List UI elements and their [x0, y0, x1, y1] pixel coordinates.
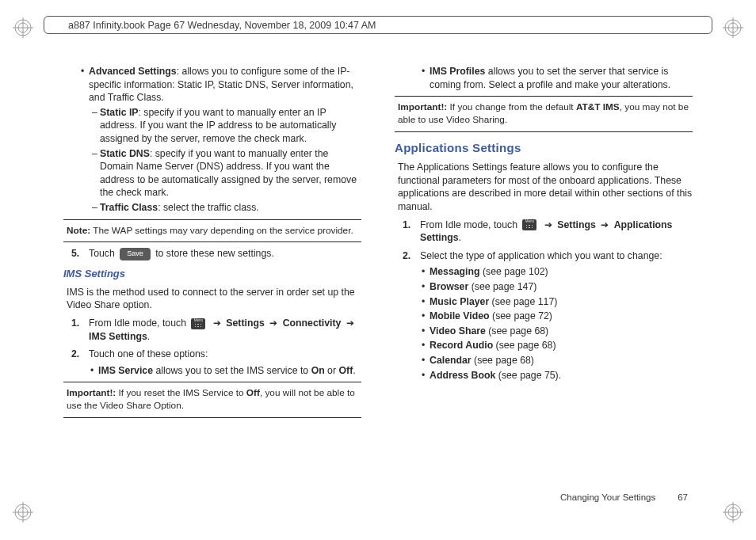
arrow-icon: ➔: [267, 318, 280, 329]
app-item-page: (see page 102): [480, 266, 548, 277]
app-item-title: Calendar: [430, 355, 472, 366]
ims-service-desc: allows you to set the IMS service to: [153, 365, 311, 376]
bullet-app-item: •Messaging (see page 102): [422, 265, 693, 279]
ims-intro: IMS is the method used to connect to the…: [67, 286, 361, 312]
arrow-icon: ➔: [344, 318, 357, 329]
apps-step-1: 1. From Idle mode, touch ➔ Settings ➔ Ap…: [403, 219, 693, 245]
bullet-app-item: •Mobile Video (see page 72): [422, 310, 693, 323]
important-ims: Important!: If you reset the IMS Service…: [63, 387, 361, 413]
apps-step-2: 2. Select the type of application which …: [403, 249, 693, 263]
page-footer: Changing Your Settings 67: [560, 492, 688, 502]
ims1-connectivity: Connectivity: [283, 318, 342, 329]
ims-profiles-title: IMS Profiles: [430, 66, 485, 77]
app1-pre: From Idle mode, touch: [420, 219, 520, 230]
ims-service-dot: .: [353, 365, 355, 376]
arrow-icon: ➔: [211, 318, 223, 329]
step5-post: to store these new settings.: [155, 248, 274, 259]
ims1-pre: From Idle mode, touch: [89, 318, 189, 329]
step-number: 1.: [403, 219, 420, 245]
important-label: Important!:: [67, 387, 116, 398]
important-label: Important!:: [398, 101, 447, 112]
left-column: • Advanced Settings: allows you to confi…: [63, 63, 361, 492]
right-column: • IMS Profiles allows you to set the ser…: [395, 63, 693, 492]
step-number: 2.: [403, 249, 420, 263]
step-number: 1.: [71, 317, 89, 343]
footer-section: Changing Your Settings: [560, 492, 655, 502]
app-item-title: Browser: [430, 281, 468, 292]
dash-static-dns: – Static DNS: specify if you want to man…: [92, 147, 361, 200]
menu-icon: [191, 318, 205, 329]
crop-mark-icon: [13, 502, 33, 523]
separator: [63, 219, 361, 220]
ims-service-title: IMS Service: [98, 365, 153, 376]
note-label: Note:: [67, 225, 90, 236]
save-key-icon: Save: [120, 248, 151, 260]
bullet-app-item: •Address Book (see page 75).: [422, 369, 693, 382]
important-off: Off: [246, 387, 260, 398]
ims-service-or: or: [325, 365, 339, 376]
separator: [63, 382, 361, 382]
applications-settings-heading: Applications Settings: [395, 140, 693, 156]
bullet-ims-profiles: • IMS Profiles allows you to set the ser…: [422, 65, 693, 91]
adv-title: Advanced Settings: [89, 66, 177, 77]
apps-intro: The Applications Settings feature allows…: [398, 161, 693, 213]
ims1-settings: Settings: [226, 318, 265, 329]
app-item-page: (see page 117): [489, 296, 557, 307]
static-ip-title: Static IP: [100, 107, 139, 118]
bullet-advanced-settings: • Advanced Settings: allows you to confi…: [81, 65, 361, 105]
ims1-ims: IMS Settings: [89, 331, 147, 342]
bullet-app-item: •Browser (see page 147): [422, 280, 693, 294]
note-wap: Note: The WAP settings may vary dependin…: [63, 225, 361, 238]
traffic-title: Traffic Class: [100, 202, 158, 213]
arrow-icon: ➔: [542, 219, 555, 230]
app-item-page: (see page 68): [472, 355, 534, 366]
app2-text: Select the type of application which you…: [420, 249, 693, 263]
app-item-title: Record Audio: [430, 340, 493, 351]
bullet-app-item: •Record Audio (see page 68): [422, 339, 693, 352]
app-item-title: Music Player: [430, 296, 489, 307]
menu-icon: [522, 219, 536, 230]
ims-step-2: 2. Touch one of these options:: [71, 348, 361, 361]
ims-step-1: 1. From Idle mode, touch ➔ Settings ➔ Co…: [71, 317, 361, 343]
app-item-page: (see page 68): [486, 325, 548, 337]
ims-settings-heading: IMS Settings: [63, 267, 361, 281]
arrow-icon: ➔: [598, 219, 611, 230]
footer-page: 67: [678, 492, 688, 502]
dash-traffic-class: – Traffic Class: select the traffic clas…: [92, 201, 361, 215]
app-item-page: (see page 75).: [495, 370, 561, 381]
important-att: Important!: If you change from the defau…: [395, 101, 693, 127]
note-text: The WAP settings may vary depending on t…: [90, 225, 353, 236]
important-att-pre: If you change from the default: [447, 101, 576, 112]
ims2-text: Touch one of these options:: [89, 348, 361, 361]
bullet-ims-service: • IMS Service allows you to set the IMS …: [90, 364, 361, 378]
apps-list: •Messaging (see page 102)•Browser (see p…: [395, 265, 693, 382]
separator: [395, 96, 693, 97]
separator: [63, 417, 361, 418]
ims-service-off: Off: [338, 365, 353, 376]
important-pre: If you reset the IMS Service to: [116, 387, 246, 398]
app-item-page: (see page 147): [468, 281, 536, 292]
page-header: a887 Infinity.book Page 67 Wednesday, No…: [44, 16, 712, 34]
step-5: 5. Touch Save to store these new setting…: [71, 247, 361, 260]
step-number: 2.: [71, 348, 89, 361]
crop-mark-icon: [13, 17, 33, 38]
static-dns-title: Static DNS: [100, 148, 150, 159]
crop-mark-icon: [723, 502, 743, 523]
app-item-title: Address Book: [430, 370, 495, 381]
app-item-title: Video Share: [430, 325, 486, 337]
bullet-app-item: •Music Player (see page 117): [422, 295, 693, 309]
step-number: 5.: [71, 247, 89, 260]
crop-mark-icon: [723, 17, 743, 38]
dash-static-ip: – Static IP: specify if you want to manu…: [92, 106, 361, 146]
app-item-title: Messaging: [430, 266, 480, 277]
page-body: • Advanced Settings: allows you to confi…: [63, 63, 693, 492]
app-item-page: (see page 72): [490, 310, 552, 321]
step5-pre: Touch: [89, 248, 117, 259]
bullet-app-item: •Calendar (see page 68): [422, 354, 693, 367]
ims-service-on: On: [311, 365, 325, 376]
bullet-app-item: •Video Share (see page 68): [422, 325, 693, 338]
separator: [63, 241, 361, 242]
separator: [395, 131, 693, 132]
app-item-page: (see page 68): [493, 340, 556, 351]
traffic-desc: : select the traffic class.: [158, 202, 259, 213]
